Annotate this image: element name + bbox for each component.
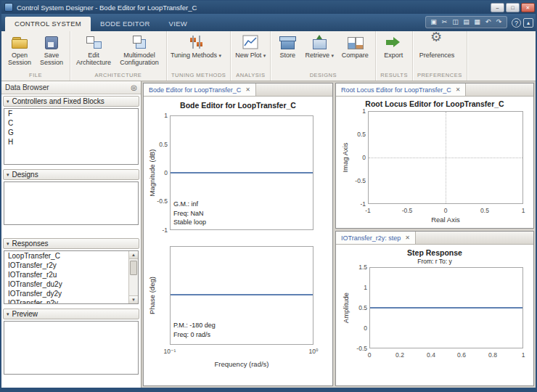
edit-architecture-button[interactable]: Edit Architecture: [73, 33, 114, 66]
group-label-architecture: ARCHITECTURE: [70, 72, 166, 81]
ribbon-toolbar: Open Session Save Session FILE Edit Arch…: [1, 31, 536, 81]
imag-axis-label: Imag Axis: [341, 142, 349, 172]
group-label-file: FILE: [1, 72, 70, 81]
save-disk-icon: [43, 34, 60, 50]
bode-chart-title: Bode Editor for LoopTransfer_C: [144, 101, 332, 110]
store-button[interactable]: Store: [274, 33, 301, 59]
multimodel-icon: [131, 34, 148, 50]
section-header-controllers[interactable]: ▾ Controllers and Fixed Blocks: [3, 96, 139, 107]
tab-step-document[interactable]: IOTransfer_r2y: step ✕: [336, 232, 416, 244]
ytick-label: -0.5: [145, 197, 168, 205]
section-header-designs[interactable]: ▾ Designs: [3, 169, 139, 180]
gear-icon: [428, 34, 446, 50]
real-axis-guide: [369, 158, 522, 158]
section-header-responses[interactable]: ▾ Responses: [3, 238, 139, 249]
tab-root-locus-document[interactable]: Root Locus Editor for LoopTransfer_C ✕: [336, 83, 466, 96]
app-window: Control System Designer - Bode Editor fo…: [0, 0, 537, 392]
minimize-button[interactable]: –: [491, 3, 504, 12]
list-item-looptransfer[interactable]: LoopTransfer_C: [4, 251, 138, 261]
scroll-up-icon[interactable]: ▲: [129, 251, 138, 259]
undo-icon[interactable]: ↶: [483, 17, 493, 27]
tuning-methods-button[interactable]: Tuning Methods ▾: [170, 33, 222, 60]
step-response-line[interactable]: [370, 307, 522, 309]
group-results: Export RESULTS: [376, 31, 413, 81]
list-item-r2u[interactable]: IOTransfer_r2u: [4, 270, 138, 279]
copy-icon[interactable]: ◫: [451, 17, 460, 27]
step-response-title: Step Response: [336, 248, 533, 257]
xtick-label: -0.5: [402, 207, 413, 214]
root-locus-panel: Root Locus Editor for LoopTransfer_C ✕ R…: [335, 83, 534, 229]
magnitude-response-line[interactable]: [171, 172, 313, 173]
retrieve-button[interactable]: Retrieve ▾: [303, 33, 336, 60]
help-icon[interactable]: ?: [512, 18, 521, 28]
group-file: Open Session Save Session FILE: [1, 31, 70, 81]
close-tab-icon[interactable]: ✕: [245, 86, 250, 93]
close-button[interactable]: ✕: [521, 3, 535, 12]
list-item-du2y[interactable]: IOTransfer_du2y: [4, 279, 138, 289]
group-label-preferences: PREFERENCES: [413, 72, 467, 81]
data-browser-menu-icon[interactable]: ◎: [131, 83, 137, 91]
phase-axis-label: Phase (deg): [148, 277, 156, 314]
toolstrip-collapse-icon[interactable]: ▴: [523, 18, 533, 28]
plot-area: Bode Editor for LoopTransfer_C ✕ Bode Ed…: [142, 81, 536, 388]
xtick-label: 1: [522, 207, 525, 214]
cut-icon[interactable]: ✂: [440, 17, 449, 27]
list-item-n2y[interactable]: IOTransfer_n2y: [4, 298, 138, 304]
section-header-preview[interactable]: ▾ Preview: [3, 309, 139, 319]
xtick-label: 10⁰: [309, 348, 319, 355]
root-locus-tab-bar: Root Locus Editor for LoopTransfer_C ✕: [336, 83, 533, 97]
paste-icon[interactable]: ▤: [462, 17, 471, 27]
ytick-label: 1: [345, 284, 367, 291]
xtick-label: 0.8: [488, 351, 497, 359]
group-tuning-methods: Tuning Methods ▾ TUNING METHODS: [167, 31, 231, 81]
phase-response-line[interactable]: [171, 294, 313, 295]
group-label-results: RESULTS: [376, 72, 412, 81]
open-session-button[interactable]: Open Session: [4, 33, 35, 66]
list-item-r2y[interactable]: IOTransfer_r2y: [4, 261, 138, 270]
save-icon[interactable]: ▣: [429, 17, 438, 27]
print-icon[interactable]: ▦: [472, 17, 482, 27]
ytick-label: -1: [145, 226, 168, 234]
tab-bode-editor[interactable]: BODE EDITOR: [91, 17, 160, 31]
multimodel-configuration-button[interactable]: Multimodel Configuration: [115, 33, 163, 66]
step-tab-bar: IOTransfer_r2y: step ✕: [336, 232, 533, 245]
list-item-dy2y[interactable]: IOTransfer_dy2y: [4, 289, 138, 298]
collapse-icon: ▾: [7, 241, 9, 247]
preferences-button[interactable]: Preferences: [416, 33, 458, 59]
xtick-label: 10⁻¹: [164, 348, 176, 355]
list-item-G[interactable]: G: [4, 128, 138, 137]
group-label-analysis: ANALYSIS: [231, 72, 270, 81]
close-tab-icon[interactable]: ✕: [456, 86, 461, 93]
tab-control-system[interactable]: CONTROL SYSTEM: [5, 17, 91, 31]
ytick-label: -0.5: [345, 345, 367, 352]
redo-icon[interactable]: ↷: [494, 17, 504, 27]
phase-margin-annotations: P.M.: -180 deg Freq: 0 rad/s: [173, 321, 216, 339]
group-label-designs: DESIGNS: [271, 72, 375, 81]
tab-bode-document[interactable]: Bode Editor for LoopTransfer_C ✕: [144, 83, 256, 96]
scrollbar-thumb[interactable]: [130, 261, 137, 275]
xtick-label: 0.6: [457, 351, 466, 359]
new-plot-button[interactable]: New Plot ▾: [234, 33, 267, 60]
bode-editor-panel: Bode Editor for LoopTransfer_C ✕ Bode Ed…: [143, 83, 333, 386]
dropdown-arrow-icon: ▾: [263, 53, 266, 58]
bode-chart: Bode Editor for LoopTransfer_C 1 0.5 0 -…: [144, 97, 332, 385]
scroll-down-icon[interactable]: ▼: [129, 295, 138, 303]
ytick-label: 1: [145, 112, 168, 119]
group-analysis: New Plot ▾ ANALYSIS: [231, 31, 271, 81]
list-item-F[interactable]: F: [4, 109, 138, 118]
close-tab-icon[interactable]: ✕: [405, 234, 410, 241]
list-item-C[interactable]: C: [4, 118, 138, 128]
export-button[interactable]: Export: [379, 33, 408, 59]
list-item-H[interactable]: H: [4, 137, 138, 147]
compare-button[interactable]: Compare: [337, 33, 372, 59]
collapse-icon: ▾: [7, 99, 9, 105]
ytick-label: 0: [345, 324, 367, 332]
data-browser-title: Data Browser: [5, 83, 49, 91]
save-session-button[interactable]: Save Session: [36, 33, 67, 66]
maximize-button[interactable]: □: [506, 3, 520, 12]
tab-label: Bode Editor for LoopTransfer_C: [149, 86, 241, 94]
step-response-panel: IOTransfer_r2y: step ✕ Step Response Fro…: [335, 231, 534, 386]
tab-view[interactable]: VIEW: [160, 17, 197, 31]
controllers-list: F C G H: [4, 108, 139, 165]
magnitude-axis-label: Magnitude (dB): [148, 150, 156, 197]
